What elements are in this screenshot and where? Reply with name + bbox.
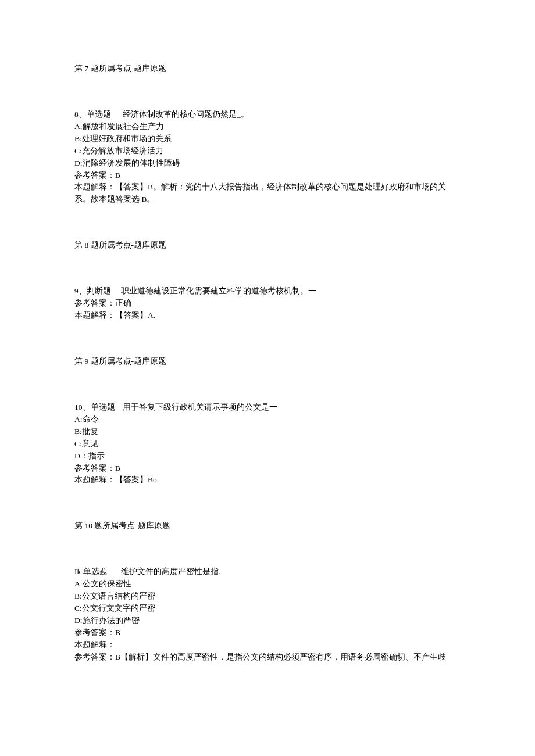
- q10-source: 第 10 题所属考点-题库原题: [74, 520, 461, 532]
- q10-answer: 参考答案：B: [74, 463, 461, 475]
- q10-option-d: D：指示: [74, 450, 461, 463]
- q9-source: 第 9 题所属考点-题库原题: [74, 356, 461, 368]
- q9-block: 9、判断题 职业道德建设正常化需要建立科学的道德考核机制。一 参考答案：正确 本…: [74, 285, 461, 322]
- q8-text: 经济体制改革的核心问题仍然是_。: [123, 110, 249, 119]
- q11-option-a: A:公文的保密性: [74, 578, 461, 590]
- q11-num: Ik 单选题: [74, 567, 108, 576]
- q11-explanation-text: 参考答案：B【解析】文件的高度严密性，是指公文的结构必须严密有序，用语务必周密确…: [74, 651, 461, 664]
- q9-answer: 参考答案：正确: [74, 298, 461, 310]
- q9-text: 职业道德建设正常化需要建立科学的道德考核机制。一: [121, 286, 316, 295]
- q10-option-a: A:命令: [74, 414, 461, 426]
- q8-option-c: C:充分解放市场经济活力: [74, 145, 461, 157]
- q8-num: 8、单选题: [74, 110, 111, 119]
- q8-block: 8、单选题 经济体制改革的核心问题仍然是_。 A:解放和发展社会生产力 B:处理…: [74, 109, 461, 206]
- q11-answer: 参考答案：B: [74, 627, 461, 639]
- q8-option-d: D:消除经济发展的体制性障碍: [74, 157, 461, 170]
- q8-source: 第 8 题所属考点-题库原题: [74, 239, 461, 252]
- q10-num: 10、单选题: [74, 403, 115, 411]
- q8-answer: 参考答案：B: [74, 170, 461, 182]
- q11-explanation-label: 本题解释：: [74, 639, 461, 651]
- q11-option-c: C:公文行文文字的严密: [74, 603, 461, 615]
- q10-option-c: C:意见: [74, 438, 461, 450]
- q9-num: 9、判断题: [74, 286, 111, 295]
- q8-explanation: 本题解释：【答案】B。解析：党的十八大报告指出，经济体制改革的核心问题是处理好政…: [74, 181, 461, 206]
- q9-header: 9、判断题 职业道德建设正常化需要建立科学的道德考核机制。一: [74, 285, 461, 298]
- q10-text: 用于答复下级行政机关请示事项的公文是一: [123, 403, 277, 411]
- q10-option-b: B:批复: [74, 426, 461, 438]
- q10-block: 10、单选题 用于答复下级行政机关请示事项的公文是一 A:命令 B:批复 C:意…: [74, 402, 461, 486]
- q11-option-d: D:施行办法的严密: [74, 615, 461, 627]
- q10-header: 10、单选题 用于答复下级行政机关请示事项的公文是一: [74, 402, 461, 414]
- q9-explanation: 本题解释：【答案】A.: [74, 310, 461, 322]
- q11-block: Ik 单选题 维护文件的高度严密性是指. A:公文的保密性 B:公文语言结构的严…: [74, 566, 461, 663]
- q10-explanation: 本题解释：【答案】Bo: [74, 474, 461, 486]
- q11-option-b: B:公文语言结构的严密: [74, 590, 461, 603]
- q11-text: 维护文件的高度严密性是指.: [121, 567, 220, 576]
- q8-header: 8、单选题 经济体制改革的核心问题仍然是_。: [74, 109, 461, 121]
- q11-header: Ik 单选题 维护文件的高度严密性是指.: [74, 566, 461, 578]
- q7-source: 第 7 题所属考点-题库原题: [74, 63, 461, 75]
- q8-option-a: A:解放和发展社会生产力: [74, 121, 461, 133]
- q8-option-b: B:处理好政府和市场的关系: [74, 133, 461, 145]
- document-page: 第 7 题所属考点-题库原题 8、单选题 经济体制改革的核心问题仍然是_。 A:…: [0, 0, 535, 698]
